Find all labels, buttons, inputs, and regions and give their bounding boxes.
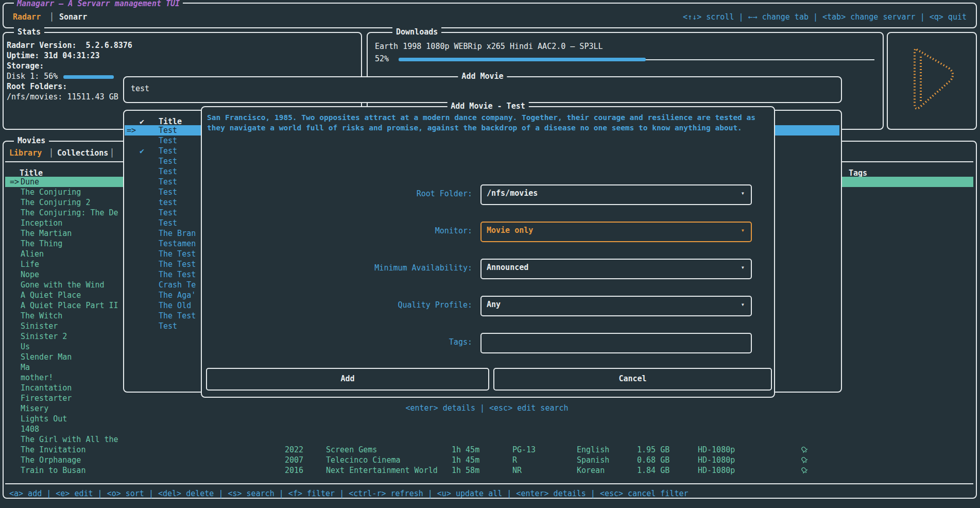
monitor-label: Monitor: xyxy=(206,226,472,236)
movie-size: 1.95 GB xyxy=(637,445,669,455)
result-title: Testamen xyxy=(159,239,196,249)
movie-title: Sinister 2 xyxy=(21,331,67,342)
result-title: The Bran xyxy=(159,228,196,239)
movie-title: Nope xyxy=(21,269,39,280)
result-title: Test xyxy=(159,166,177,177)
library-row[interactable]: The Girl with All the xyxy=(5,434,973,445)
stats-uptime: Uptime: 31d 04:31:23 xyxy=(7,50,100,61)
movie-title: A Quiet Place Part II xyxy=(21,300,118,311)
movie-studio: Telecinco Cinema xyxy=(326,455,401,465)
result-title: Test xyxy=(159,177,177,187)
movie-title: Life xyxy=(21,259,39,269)
cancel-button[interactable]: Cancel xyxy=(493,368,772,391)
movie-runtime: 1h 58m xyxy=(452,465,479,476)
tags-input[interactable] xyxy=(480,333,752,353)
collections-tab-separator: │ xyxy=(110,148,114,158)
movie-title: Gone with the Wind xyxy=(21,280,105,290)
managarr-app: Managarr – A Servarr management TUI Rada… xyxy=(0,0,980,508)
movie-quality-profile: HD-1080p xyxy=(698,455,735,465)
monitor-value: Movie only xyxy=(487,226,533,235)
library-row[interactable]: Lights Out xyxy=(5,414,973,424)
movie-title: The Conjuring xyxy=(21,187,81,197)
modal-keybind-help: <enter> details | <esc> edit search xyxy=(201,403,773,413)
download-progress-label: 52% xyxy=(375,54,389,64)
movies-title: Movies xyxy=(14,136,49,145)
root-folder-select[interactable]: /nfs/movies ▾ xyxy=(480,184,752,205)
tab-sonarr[interactable]: Sonarr xyxy=(59,12,87,22)
modal-title: Add Movie - Test xyxy=(447,101,529,111)
movie-title: The Martian xyxy=(21,228,72,239)
movie-runtime: 1h 45m xyxy=(452,445,479,455)
add-movie-search-title: Add Movie xyxy=(458,72,507,81)
result-title: The Test xyxy=(159,269,196,280)
movie-year: 2007 xyxy=(285,455,303,465)
bell-icon xyxy=(800,446,809,454)
downloads-title: Downloads xyxy=(392,27,441,37)
movie-title: Inception xyxy=(21,218,62,228)
movie-title: The Invitation xyxy=(21,445,85,455)
movie-title: Us xyxy=(21,342,30,352)
result-title: Test xyxy=(159,146,177,156)
movie-certification: PG-13 xyxy=(512,445,536,455)
movie-title: A Quiet Place xyxy=(21,290,81,300)
movie-language: Spanish xyxy=(577,455,609,465)
movie-title: Ma xyxy=(21,362,30,372)
search-input[interactable] xyxy=(130,83,832,94)
minimum-availability-select[interactable]: Announced ▾ xyxy=(480,259,752,279)
movie-title: The Conjuring: The De xyxy=(21,208,118,218)
result-title: The Test xyxy=(159,249,196,259)
result-title: The Old xyxy=(159,300,191,311)
movie-title: 1408 xyxy=(21,424,39,434)
result-title: Test xyxy=(159,187,177,197)
chevron-down-icon: ▾ xyxy=(741,264,745,271)
result-title: Test xyxy=(159,125,177,136)
add-movie-modal: Add Movie - Test San Francisco, 1985. Tw… xyxy=(201,106,775,398)
movie-title: Alien xyxy=(21,249,44,259)
result-title: Test xyxy=(159,218,177,228)
movie-studio: Screen Gems xyxy=(326,445,377,455)
stats-root-folder: /nfs/movies: 11511.43 GB xyxy=(7,92,118,102)
minimum-availability-value: Announced xyxy=(487,263,528,272)
chevron-down-icon: ▾ xyxy=(741,227,745,234)
stats-disk: Disk 1: 56% xyxy=(7,71,58,81)
movie-title: The Girl with All the xyxy=(21,434,118,445)
chevron-down-icon: ▾ xyxy=(741,301,745,308)
result-title: The Test xyxy=(159,259,196,269)
logo-panel xyxy=(887,32,977,130)
movie-title: The Conjuring 2 xyxy=(21,197,90,208)
library-tab-separator: │ xyxy=(49,148,54,158)
library-row[interactable]: Train to Busan 2016 Next Entertainment W… xyxy=(5,465,973,476)
tags-label: Tags: xyxy=(206,337,472,347)
library-row[interactable]: The Invitation 2022 Screen Gems 1h 45m P… xyxy=(5,445,973,455)
quality-profile-select[interactable]: Any ▾ xyxy=(480,296,752,316)
add-button[interactable]: Add xyxy=(206,368,489,391)
tab-collections[interactable]: Collections xyxy=(57,148,108,158)
result-title: Test xyxy=(159,136,177,146)
radarr-logo-icon xyxy=(899,41,966,118)
movie-size: 1.84 GB xyxy=(637,465,669,476)
chevron-down-icon: ▾ xyxy=(741,190,745,197)
monitor-select[interactable]: Movie only ▾ xyxy=(480,222,752,242)
download-item[interactable]: Earth 1998 1080p WEBRip x265 Hindi AAC2.… xyxy=(375,41,603,52)
movie-title: The Witch xyxy=(21,311,62,321)
in-library-check-icon: ✔ xyxy=(140,146,144,156)
quality-profile-label: Quality Profile: xyxy=(206,300,472,310)
selection-arrow: => xyxy=(10,177,19,187)
global-keybind-help: <↑↓> scroll | ←→ change tab | <tab> chan… xyxy=(683,12,967,22)
movie-studio: Next Entertainment World xyxy=(326,465,438,476)
download-progress-fill xyxy=(399,58,646,61)
tab-library[interactable]: Library xyxy=(9,148,42,158)
keybinds-separator-line xyxy=(5,483,973,484)
minimum-availability-label: Minimum Availability: xyxy=(206,263,472,273)
tab-radarr[interactable]: Radarr xyxy=(13,12,41,22)
movie-title: mother! xyxy=(21,372,53,383)
library-row[interactable]: 1408 xyxy=(5,424,973,434)
movie-title: Misery xyxy=(21,403,48,414)
movie-overview-line1: San Francisco, 1985. Two opposites attra… xyxy=(207,112,755,123)
result-title: The Test xyxy=(159,311,196,321)
result-title: Crash Te xyxy=(159,280,196,290)
stats-root-folders-label: Root Folders: xyxy=(7,81,67,92)
library-row[interactable]: The Orphanage 2007 Telecinco Cinema 1h 4… xyxy=(5,455,973,465)
stats-storage-label: Storage: xyxy=(7,61,44,71)
app-title: Managarr – A Servarr management TUI xyxy=(14,0,183,9)
